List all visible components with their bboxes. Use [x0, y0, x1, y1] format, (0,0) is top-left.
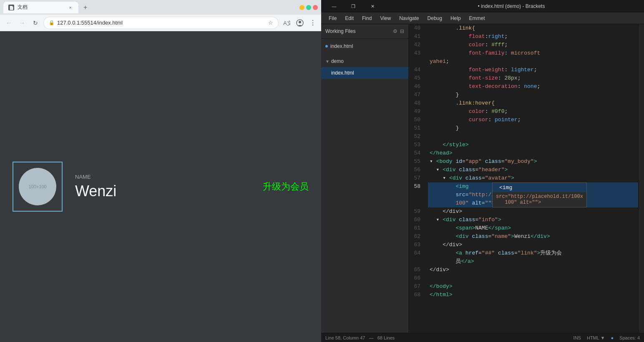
- security-icon: 🔒: [49, 20, 55, 25]
- working-file-item[interactable]: index.html: [321, 40, 408, 52]
- line-number: 61: [409, 224, 424, 232]
- ac-content: src="http://placehold.it/100x 100" alt="…: [493, 192, 586, 207]
- file-tree: ▼ demo index.html: [321, 54, 408, 333]
- menu-find[interactable]: Find: [358, 14, 376, 23]
- folder-item-demo[interactable]: ▼ demo: [321, 55, 408, 67]
- browser-close-button[interactable]: [313, 5, 318, 10]
- line-number: 50: [409, 116, 424, 124]
- code-line: </div>: [428, 266, 638, 274]
- forward-button[interactable]: →: [17, 17, 28, 28]
- code-line: }: [428, 124, 638, 132]
- autocomplete-popup: <img src="http://placehold.it/100x 100" …: [492, 182, 587, 207]
- ac-item-img[interactable]: <img: [493, 183, 586, 192]
- address-bar[interactable]: 🔒 127.0.0.1:55514/index.html ☆: [43, 17, 279, 29]
- back-button[interactable]: ←: [3, 17, 14, 28]
- svg-text:📄: 📄: [9, 5, 14, 10]
- code-line: 员</a>: [428, 257, 638, 266]
- line-number: 52: [409, 132, 424, 141]
- code-line: font-family: microsoft: [428, 49, 638, 57]
- working-files-title: Working Files: [325, 28, 390, 34]
- brackets-close-button[interactable]: ✕: [363, 0, 382, 12]
- avatar-image: 100×100: [19, 168, 56, 205]
- menu-help[interactable]: Help: [446, 14, 465, 23]
- line-number: 46: [409, 82, 424, 91]
- split-icon[interactable]: ⊟: [400, 28, 404, 34]
- upgrade-link[interactable]: 升级为会员: [263, 180, 309, 193]
- menu-view[interactable]: View: [376, 14, 395, 23]
- chrome-titlebar: 📄 文档 × +: [0, 0, 321, 15]
- line-number: [409, 199, 424, 207]
- working-files-header: Working Files ⚙ ⊟: [321, 24, 408, 39]
- line-number: [409, 191, 424, 199]
- line-number: 65: [409, 266, 424, 274]
- browser-maximize-button[interactable]: [306, 5, 311, 10]
- folder-arrow: ▼: [325, 59, 330, 64]
- code-line: </style>: [428, 141, 638, 149]
- line-number: 62: [409, 232, 424, 241]
- line-number: 41: [409, 32, 424, 41]
- line-number: 64: [409, 249, 424, 257]
- menu-edit[interactable]: Edit: [341, 14, 358, 23]
- code-lines: .link{ float:right; color: #fff; font-fa…: [428, 24, 638, 333]
- code-line: </html>: [428, 291, 638, 299]
- line-number: 66: [409, 274, 424, 282]
- svg-text:A文: A文: [283, 20, 290, 26]
- line-number: 63: [409, 241, 424, 249]
- tab-title: 文档: [18, 4, 28, 11]
- code-line: font-size: 28px;: [428, 74, 638, 82]
- svg-point-4: [299, 21, 301, 23]
- browser-content: 100×100 NAME Wenzi 升级为会员: [0, 31, 321, 342]
- brackets-minimize-button[interactable]: —: [325, 0, 344, 12]
- line-number: 57: [409, 174, 424, 182]
- line-number: [409, 257, 424, 266]
- user-info: NAME Wenzi: [75, 174, 250, 200]
- brackets-titlebar: — ❒ ✕ • index.html (demo) - Brackets: [321, 0, 644, 12]
- code-line: </div>: [428, 241, 638, 249]
- new-tab-button[interactable]: +: [81, 4, 90, 11]
- brackets-editor: — ❒ ✕ • index.html (demo) - Brackets Fil…: [321, 0, 644, 342]
- refresh-button[interactable]: ↻: [30, 17, 41, 28]
- line-number: 60: [409, 216, 424, 224]
- line-number: 47: [409, 91, 424, 99]
- line-number: 40: [409, 24, 424, 32]
- status-lang[interactable]: HTML ▼: [587, 335, 605, 340]
- chrome-menu-button[interactable]: ⋮: [308, 19, 318, 27]
- modified-indicator: [325, 45, 328, 47]
- profile-button[interactable]: [294, 17, 305, 28]
- tab-close-button[interactable]: ×: [68, 4, 73, 11]
- status-spaces[interactable]: Spaces: 4: [619, 335, 640, 340]
- line-number: 44: [409, 66, 424, 74]
- line-number: 58: [409, 182, 424, 191]
- browser-minimize-button[interactable]: [299, 5, 304, 10]
- brackets-title: • index.html (demo) - Brackets: [382, 3, 641, 9]
- status-line-col-text: Line 58, Column 47: [325, 335, 365, 340]
- line-number: 42: [409, 41, 424, 49]
- browser-tab[interactable]: 📄 文档 ×: [3, 2, 78, 13]
- brackets-maximize-button[interactable]: ❒: [344, 0, 363, 12]
- code-line: ▾ <div class="header">: [428, 166, 638, 174]
- menu-navigate[interactable]: Navigate: [395, 14, 423, 23]
- code-line: [428, 274, 638, 282]
- bookmark-button[interactable]: ☆: [268, 20, 273, 26]
- code-editor[interactable]: 4041424344454647484950515253545556575859…: [409, 24, 638, 333]
- line-number: 56: [409, 166, 424, 174]
- menu-emmet[interactable]: Emmet: [465, 14, 489, 23]
- menu-file[interactable]: File: [325, 14, 341, 23]
- code-line: [428, 132, 638, 141]
- line-number: [409, 57, 424, 66]
- code-line: }: [428, 91, 638, 99]
- settings-icon[interactable]: ⚙: [393, 28, 397, 34]
- chrome-window-controls: [299, 5, 318, 10]
- menu-debug[interactable]: Debug: [423, 14, 446, 23]
- minimap-strip: [638, 24, 644, 333]
- code-line: color: #0f0;: [428, 107, 638, 116]
- sidebar: Working Files ⚙ ⊟ index.html ▼ demo inde…: [321, 24, 409, 333]
- translate-button[interactable]: A文: [281, 17, 292, 28]
- code-line: font-weight: lighter;: [428, 66, 638, 74]
- tab-favicon: 📄: [8, 5, 14, 10]
- code-content: 4041424344454647484950515253545556575859…: [409, 24, 638, 333]
- code-line: yahei;: [428, 57, 638, 66]
- file-item-index-html[interactable]: index.html: [321, 67, 408, 79]
- file-name: index.html: [331, 70, 354, 76]
- code-line: cursor: pointer;: [428, 116, 638, 124]
